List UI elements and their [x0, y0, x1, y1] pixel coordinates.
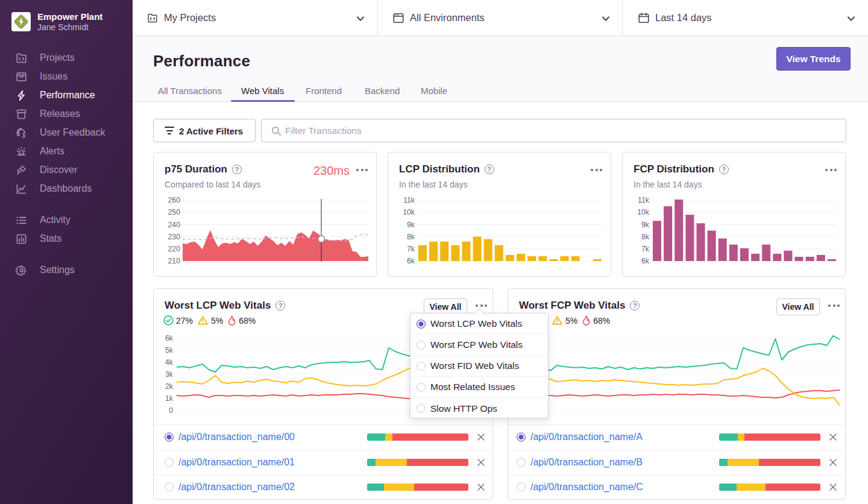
svg-text:250: 250	[168, 208, 180, 216]
svg-text:7k: 7k	[641, 245, 650, 253]
svg-text:5k: 5k	[165, 346, 174, 354]
svg-text:6k: 6k	[407, 257, 415, 265]
svg-text:230: 230	[168, 233, 180, 241]
svg-text:2k: 2k	[165, 382, 174, 391]
svg-text:11k: 11k	[403, 196, 415, 204]
svg-text:10k: 10k	[637, 208, 650, 216]
svg-text:0: 0	[169, 406, 173, 415]
svg-text:6k: 6k	[165, 334, 174, 342]
svg-text:6k: 6k	[641, 257, 650, 265]
svg-text:1k: 1k	[165, 394, 174, 403]
svg-text:7k: 7k	[407, 245, 415, 253]
svg-text:11k: 11k	[638, 196, 650, 204]
svg-text:8k: 8k	[407, 233, 415, 241]
svg-text:10k: 10k	[403, 208, 415, 216]
svg-text:9k: 9k	[641, 221, 650, 229]
svg-text:210: 210	[168, 257, 180, 265]
svg-text:220: 220	[168, 245, 180, 253]
svg-text:260: 260	[168, 196, 180, 204]
svg-text:8k: 8k	[641, 233, 650, 241]
svg-text:9k: 9k	[407, 221, 415, 229]
svg-text:240: 240	[168, 221, 180, 229]
svg-text:3k: 3k	[165, 370, 174, 379]
svg-text:4k: 4k	[165, 358, 174, 367]
